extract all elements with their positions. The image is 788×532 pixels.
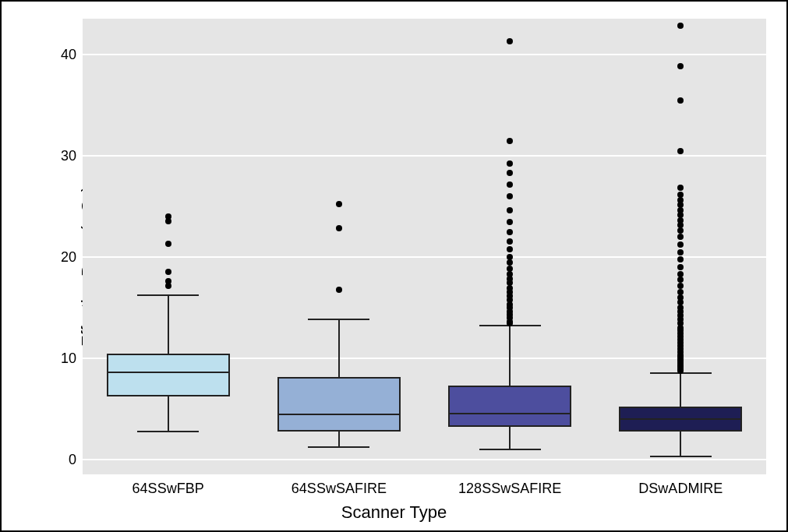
outlier-point: [507, 207, 513, 213]
outlier-point: [507, 160, 513, 167]
outlier-point: [677, 264, 684, 270]
gridline: [83, 459, 766, 460]
outlier-point: [507, 238, 513, 245]
y-tick-label: 0: [69, 451, 76, 467]
outlier-point: [507, 254, 513, 260]
x-tick-label: 64SSwSAFIRE: [292, 481, 387, 497]
outlier-point: [677, 234, 684, 240]
median-line: [448, 413, 571, 414]
median-line: [619, 418, 742, 420]
gridline: [83, 256, 766, 258]
figure-frame: Effective Dose (mSv) Scanner Type 010203…: [0, 0, 788, 532]
median-line: [277, 414, 401, 415]
outlier-point: [677, 249, 684, 255]
median-line: [107, 372, 230, 373]
whisker-cap: [137, 431, 199, 432]
outlier-point: [677, 277, 684, 283]
whisker: [509, 326, 511, 386]
outlier-point: [165, 269, 171, 275]
outlier-point: [165, 241, 171, 247]
whisker: [338, 319, 340, 377]
outlier-point: [677, 256, 684, 262]
outlier-point: [507, 38, 513, 44]
whisker: [168, 295, 169, 354]
x-axis-title: Scanner Type: [12, 502, 776, 523]
outlier-point: [336, 225, 342, 231]
x-tick-label: DSwADMIRE: [638, 481, 723, 497]
whisker: [338, 432, 340, 447]
outlier-point: [677, 148, 684, 154]
outlier-point: [677, 283, 684, 289]
outlier-point: [677, 23, 684, 29]
outlier-point: [507, 219, 513, 225]
whisker-cap: [479, 449, 541, 450]
outlier-point: [507, 170, 513, 176]
outlier-point: [507, 229, 513, 235]
whisker: [509, 427, 511, 449]
whisker-cap: [308, 319, 369, 320]
y-tick-label: 20: [61, 248, 76, 265]
whisker: [680, 432, 681, 456]
outlier-point: [507, 193, 513, 199]
outlier-point: [677, 289, 684, 295]
outlier-point: [507, 246, 513, 252]
outlier-point: [336, 287, 342, 293]
x-tick-labels: 64SSwFBP64SSwSAFIRE128SSwSAFIREDSwADMIRE: [83, 481, 766, 501]
outlier-point: [507, 138, 513, 144]
whisker-cap: [137, 294, 199, 296]
y-tick-label: 40: [61, 46, 76, 62]
x-tick-label: 128SSwSAFIRE: [458, 481, 561, 497]
outlier-point: [165, 213, 171, 220]
y-tick-label: 10: [61, 350, 76, 366]
box: [277, 377, 401, 432]
y-tick-labels: 010203040: [41, 19, 76, 474]
outlier-point: [677, 185, 684, 191]
whisker: [168, 396, 169, 432]
outlier-point: [677, 63, 684, 69]
outlier-point: [677, 241, 684, 248]
outlier-point: [677, 192, 684, 198]
outlier-point: [677, 97, 684, 104]
whisker: [680, 373, 681, 407]
whisker-cap: [308, 446, 369, 448]
gridline: [83, 155, 766, 157]
y-tick-label: 30: [61, 147, 76, 164]
outlier-point: [165, 278, 171, 284]
outlier-point: [507, 266, 513, 272]
outlier-point: [507, 181, 513, 188]
gridline: [83, 54, 766, 55]
box: [448, 386, 571, 427]
outlier-point: [336, 201, 342, 207]
outlier-point: [677, 271, 684, 277]
outlier-point: [507, 259, 513, 266]
plot-panel: [83, 19, 766, 474]
boxplot-chart: Effective Dose (mSv) Scanner Type 010203…: [12, 9, 776, 523]
x-tick-label: 64SSwFBP: [133, 481, 204, 497]
whisker-cap: [650, 456, 712, 457]
box: [107, 354, 230, 396]
